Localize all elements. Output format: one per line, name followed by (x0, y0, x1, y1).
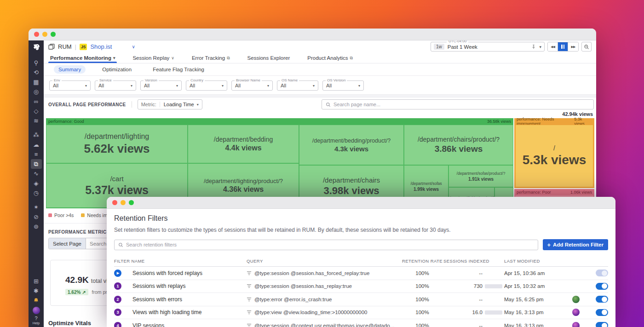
filter-rank-badge[interactable]: 1 (114, 282, 121, 290)
main-window-titlebar (29, 29, 596, 40)
treemap-cell[interactable]: /department/bedding4.4k views (188, 125, 299, 163)
page-search-box[interactable] (322, 99, 594, 109)
app-sidebar: ⚲ ⟲ ▦ ◎ ∞ ◇ ≋ ⁂ ☁ ≡ ⧉ ∿ ◈ ◷ ✶ ⊘ ⊚ ⊞ ✱ (29, 40, 44, 327)
apm-icon[interactable]: ◇ (31, 106, 42, 116)
header-divider: | (75, 43, 76, 50)
table-header: FILTER NAME QUERY RETENTION RATE SESSION… (114, 256, 608, 267)
filter-name[interactable]: VIP sessions (132, 322, 247, 327)
time-range-selector[interactable]: UTC-04:00 1w Past 1 Week ▾ (431, 42, 545, 52)
filter-query: @type:session @context.usr.email:thomas.… (247, 323, 401, 327)
pin-icon[interactable] (531, 45, 536, 49)
filter-env[interactable]: EnvAll▾ (49, 80, 91, 91)
profiling-icon[interactable]: ⁂ (31, 130, 42, 140)
tab-session-replay[interactable]: Session Replay∨ (132, 53, 174, 63)
time-range-caret-icon[interactable]: ▾ (539, 45, 541, 49)
filter-rank-badge[interactable]: 2 (114, 296, 121, 303)
rum-icon[interactable]: ⧉ (31, 159, 42, 169)
filter-name[interactable]: Sessions with errors (132, 296, 247, 303)
filter-enabled-toggle[interactable] (596, 270, 608, 276)
marketplace-icon[interactable]: ⊞ (31, 276, 42, 286)
table-row: 2 Sessions with errors @type:error @erro… (114, 293, 608, 306)
retention-filter-search-input[interactable] (126, 242, 534, 247)
history-icon[interactable]: ⟲ (31, 68, 42, 77)
filter-rank-badge[interactable]: 3 (114, 309, 121, 316)
filter-enabled-toggle[interactable] (596, 322, 608, 327)
close-window-button[interactable] (112, 200, 117, 205)
subtab-optimization[interactable]: Optimization (98, 65, 136, 74)
time-pause-button[interactable] (558, 42, 568, 51)
filter-enabled-toggle[interactable] (596, 283, 608, 290)
filter-enabled-toggle[interactable] (596, 309, 608, 316)
add-retention-filter-button[interactable]: + Add Retention Filter (543, 239, 608, 250)
time-rewind-button[interactable]: ◀◀ (548, 42, 558, 51)
filter-name[interactable]: Sessions with forced replays (132, 270, 247, 276)
application-chevron-down-icon[interactable]: ∨ (132, 44, 135, 49)
tab-sessions-explorer[interactable]: Sessions Explorer (247, 53, 290, 63)
treemap-cell[interactable]: / 5.3k views (515, 125, 593, 187)
tab-performance-monitoring[interactable]: Performance Monitoring▾ (50, 53, 115, 63)
logs-icon[interactable]: ≡ (31, 149, 42, 159)
bug-icon[interactable]: ✶ (31, 202, 42, 212)
metric-selector[interactable]: Metric: Loading Time ▾ (138, 99, 202, 109)
external-link-icon: ⧉ (227, 56, 230, 61)
close-window-button[interactable] (34, 32, 39, 37)
zoom-out-button[interactable] (581, 42, 592, 52)
page-search-input[interactable] (334, 102, 590, 107)
filter-icon (247, 323, 252, 327)
filter-enabled-toggle[interactable] (596, 296, 608, 303)
filter-country[interactable]: CountryAll▾ (186, 80, 227, 91)
retention-rate: 100% (401, 297, 443, 302)
metrics-icon[interactable]: ▦ (31, 77, 42, 87)
filter-name[interactable]: Sessions with replays (132, 283, 247, 289)
filter-os-name[interactable]: OS NameAll▾ (277, 80, 318, 91)
modal-title: Retention Filters (114, 214, 608, 223)
treemap-cell[interactable]: /department/lighting5.62k views (46, 125, 188, 163)
zoom-window-button[interactable] (51, 32, 56, 37)
subtab-summary[interactable]: Summary (54, 65, 86, 74)
filter-rank-badge[interactable]: 4 (114, 322, 121, 327)
performance-metrics-title: PERFORMANCE METRICS (48, 229, 110, 235)
subtab-feature-flag-tracking[interactable]: Feature Flag Tracking (148, 65, 209, 74)
retention-filter-search-box[interactable] (114, 240, 538, 250)
monitors-icon[interactable]: ⊘ (31, 212, 42, 222)
cicd-icon[interactable]: ◷ (31, 188, 42, 198)
zoom-window-button[interactable] (129, 200, 134, 205)
filter-query: @type:view @view.loading_time:>100000000… (247, 310, 401, 315)
replay-play-icon[interactable]: ▶ (114, 270, 121, 277)
investigate-icon[interactable]: ⊚ (31, 222, 42, 231)
total-views-label: 42.94k views (44, 111, 596, 118)
filter-service[interactable]: ServiceAll▾ (95, 80, 136, 91)
filter-os-version[interactable]: OS VersionAll▾ (322, 80, 364, 91)
treemap-cell[interactable]: /department/bedding/product/?4.3k views (299, 125, 404, 165)
datadog-logo-icon[interactable] (32, 43, 41, 52)
app-header: RUM | JS Shop.ist ∨ UTC-04:00 1w Past 1 … (44, 40, 596, 53)
retention-rate: 100% (401, 270, 443, 276)
application-name[interactable]: Shop.ist (90, 43, 112, 50)
select-page-button[interactable]: Select Page (49, 238, 86, 249)
search-icon[interactable]: ⚲ (31, 58, 42, 68)
filter-browser-name[interactable]: Browser NameAll▾ (231, 80, 273, 91)
modifier-avatar (572, 296, 580, 303)
help-button[interactable]: ? Help (33, 316, 40, 325)
watchdog-icon[interactable]: ∞ (31, 97, 42, 106)
serverless-icon[interactable]: ☁ (31, 140, 42, 149)
synthetics-icon[interactable]: ∿ (31, 169, 42, 178)
minimize-window-button[interactable] (121, 200, 126, 205)
filter-query: @type:session @session.has_replay:true (247, 283, 401, 289)
filter-name[interactable]: Views with high loading time (132, 309, 247, 316)
traces-icon[interactable]: ≋ (31, 116, 42, 126)
user-avatar[interactable] (33, 307, 40, 314)
last-modified: May 15, 6:25 pm (504, 297, 572, 302)
infrastructure-icon[interactable]: ◎ (31, 87, 42, 97)
tab-error-tracking[interactable]: Error Tracking⧉ (192, 53, 230, 63)
security-icon[interactable]: ◈ (31, 178, 42, 188)
minimize-window-button[interactable] (42, 32, 47, 37)
notifications-bell-icon[interactable] (31, 296, 42, 305)
treemap-cell[interactable]: /department/sofas/product/?1.91k views (448, 165, 513, 187)
tab-product-analytics[interactable]: Product Analytics⧉ (307, 53, 353, 63)
assistant-icon[interactable]: ✱ (31, 286, 42, 296)
filter-version[interactable]: VersionAll▾ (140, 80, 182, 91)
treemap-cell[interactable]: /department/chairs/product/?3.86k views (404, 125, 513, 165)
modal-description: Set retention filters to customize the t… (114, 227, 608, 233)
time-forward-button[interactable]: ▶▶ (568, 42, 578, 51)
